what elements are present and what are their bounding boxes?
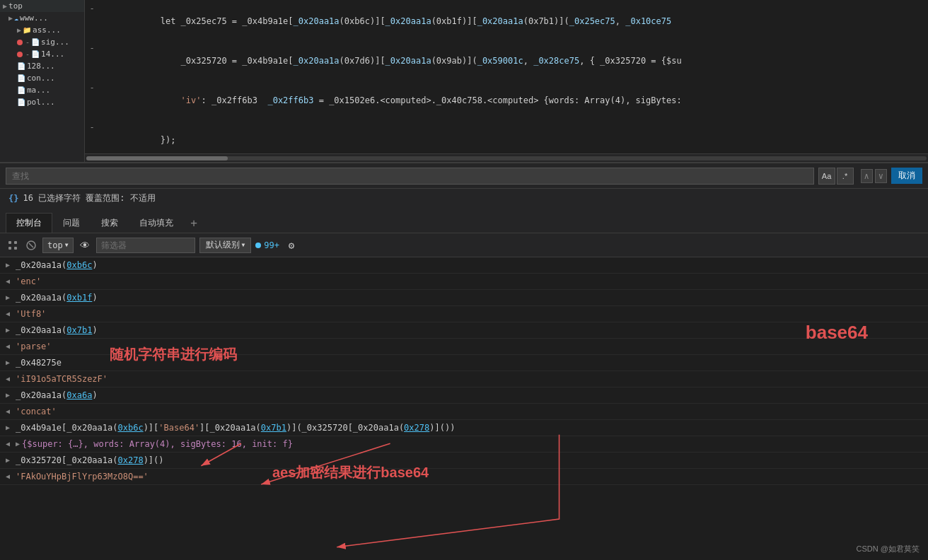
console-line-5: _0x20aa1a(0x7b1) — [0, 322, 928, 339]
file-tree-item-sig[interactable]: - 📄 sig... — [0, 36, 84, 48]
console-line-7: _0x48275e — [0, 355, 928, 371]
file-tree-label: 128... — [27, 62, 55, 71]
svg-rect-0 — [8, 241, 11, 244]
svg-line-5 — [29, 243, 33, 247]
svg-rect-2 — [8, 247, 11, 250]
file-tree-item-ass[interactable]: ▶ 📁 ass... — [0, 24, 84, 36]
expand-arrow[interactable] — [6, 339, 16, 354]
console-value: 'enc' — [16, 274, 928, 288]
line-dash: - — [85, 81, 99, 94]
search-nav-down[interactable]: ∨ — [875, 169, 887, 183]
search-nav-up[interactable]: ∧ — [861, 169, 873, 183]
file-tree-label: top — [8, 1, 23, 11]
file-tree-label: ass... — [33, 25, 61, 35]
breakpoint-dot-red — [17, 40, 23, 45]
file-tree-label: sig... — [41, 37, 69, 47]
file-tree: ▶ top ▶ ☁ www... ▶ 📁 ass... - 📄 sig... — [0, 0, 85, 162]
add-tab-button[interactable]: + — [184, 213, 204, 233]
expand-arrow[interactable] — [6, 307, 16, 321]
file-tree-label: www... — [20, 13, 48, 23]
line-dash: - — [85, 121, 99, 134]
tab-issues[interactable]: 问题 — [52, 213, 91, 233]
code-editor: - let _0x25ec75 = _0x4b9a1e[_0x20aa1a(0x… — [85, 0, 928, 162]
console-value: _0x48275e — [16, 356, 928, 370]
code-text: 'iv': _0x2ff6b3 _0x2ff6b3 = _0x1502e6.<c… — [99, 81, 928, 119]
file-tree-item-pol[interactable]: 📄 pol... — [0, 96, 84, 108]
filter-input[interactable] — [96, 238, 195, 253]
context-dropdown-icon: ▼ — [65, 242, 69, 248]
file-tree-item-128[interactable]: 📄 128... — [0, 60, 84, 72]
expand-arrow[interactable] — [6, 356, 16, 370]
search-input[interactable] — [6, 168, 814, 185]
console-line-12: ▶ {$super: {…}, words: Array(4), sigByte… — [0, 436, 928, 453]
level-selector[interactable]: 默认级别 ▼ — [199, 238, 252, 253]
file-tree-item-con[interactable]: 📄 con... — [0, 72, 84, 84]
eye-button[interactable]: 👁 — [78, 238, 92, 252]
level-label: 默认级别 — [206, 239, 240, 251]
file-tree-label: 14... — [41, 49, 64, 59]
horizontal-scrollbar[interactable] — [85, 153, 928, 162]
expand-object-arrow: ▶ — [16, 437, 20, 451]
scrollbar-thumb[interactable] — [86, 156, 228, 161]
clear-console-button[interactable] — [6, 238, 20, 252]
expand-arrow[interactable] — [6, 274, 16, 288]
file-tree-label: ma... — [27, 86, 50, 95]
console-line-8: 'iI91o5aTCR5SzezF' — [0, 371, 928, 387]
console-value: _0x20aa1a(0xb1f) — [16, 291, 928, 305]
console-value: 'iI91o5aTCR5SzezF' — [16, 372, 928, 386]
expand-arrow[interactable] — [6, 437, 16, 451]
console-value: _0x4b9a1e[_0x20aa1a(0xb6c)]['Base64'][_0… — [16, 421, 928, 435]
stop-recording-button[interactable] — [24, 238, 38, 252]
code-line-4: - }); — [85, 120, 928, 153]
file-tree-item-top[interactable]: ▶ top — [0, 0, 84, 12]
tab-autofill[interactable]: 自动填充 — [129, 213, 184, 233]
code-status-bar: {} 16 已选择字符 覆盖范围: 不适用 — [0, 188, 928, 208]
expand-arrow[interactable] — [6, 421, 16, 435]
status-text: 16 已选择字符 覆盖范围: 不适用 — [23, 192, 155, 204]
code-text: let _0x25ec75 = _0x4b9a1e[_0x20aa1a(0xb6… — [99, 2, 928, 40]
code-text: _0x325720 = _0x4b9a1e[_0x20aa1a(0x7d6)][… — [99, 42, 928, 80]
expand-arrow[interactable] — [6, 469, 16, 484]
context-selector[interactable]: top ▼ — [42, 238, 74, 253]
console-line-14: 'FAkOuYHpBjFlYrp63MzO8Q==' — [0, 469, 928, 485]
file-tree-item-ma[interactable]: 📄 ma... — [0, 84, 84, 96]
console-value: _0x20aa1a(0x7b1) — [16, 323, 928, 337]
expand-arrow[interactable] — [6, 372, 16, 386]
top-section: ▶ top ▶ ☁ www... ▶ 📁 ass... - 📄 sig... — [0, 0, 928, 163]
expand-arrow[interactable] — [6, 323, 16, 337]
tab-search[interactable]: 搜索 — [91, 213, 129, 233]
search-match-case-button[interactable]: Aa — [818, 168, 835, 185]
file-tree-label: con... — [27, 74, 55, 83]
console-line-13: _0x325720[_0x20aa1a(0x278)]() — [0, 453, 928, 469]
expand-arrow[interactable] — [6, 404, 16, 419]
console-line-10: 'concat' — [0, 404, 928, 420]
devtools-panel: 控制台 问题 搜索 自动填充 + — [0, 208, 928, 560]
search-regex-button[interactable]: .* — [837, 168, 854, 185]
console-value: 'parse' — [16, 339, 928, 354]
file-tree-item-www[interactable]: ▶ ☁ www... — [0, 12, 84, 24]
tab-console[interactable]: 控制台 — [6, 213, 52, 233]
file-tree-item-14[interactable]: - 📄 14... — [0, 48, 84, 60]
code-content: - let _0x25ec75 = _0x4b9a1e[_0x20aa1a(0x… — [85, 0, 928, 153]
scrollbar-track[interactable] — [86, 156, 927, 161]
search-cancel-button[interactable]: 取消 — [891, 168, 922, 184]
settings-button[interactable]: ⚙ — [284, 238, 299, 253]
expand-arrow[interactable] — [6, 258, 16, 272]
line-dash: - — [85, 42, 99, 54]
expand-arrow[interactable] — [6, 388, 16, 402]
line-dash: - — [85, 2, 99, 15]
curly-brace-icon: {} — [8, 194, 18, 204]
message-count-badge: 99+ — [255, 240, 279, 250]
code-line-1: - let _0x25ec75 = _0x4b9a1e[_0x20aa1a(0x… — [85, 1, 928, 41]
code-line-3: - 'iv': _0x2ff6b3 _0x2ff6b3 = _0x1502e6.… — [85, 81, 928, 120]
console-value: 'Utf8' — [16, 307, 928, 321]
badge-dot — [255, 243, 261, 248]
console-toolbar: top ▼ 👁 默认级别 ▼ 99+ ⚙ — [0, 233, 928, 257]
expand-arrow[interactable] — [6, 291, 16, 305]
svg-rect-1 — [14, 241, 17, 244]
expand-arrow[interactable] — [6, 453, 16, 467]
console-value: 'FAkOuYHpBjFlYrp63MzO8Q==' — [16, 469, 928, 484]
level-dropdown-icon: ▼ — [242, 242, 245, 248]
breakpoint-dot-red2 — [17, 52, 23, 57]
console-line-9: _0x20aa1a(0xa6a) — [0, 387, 928, 404]
